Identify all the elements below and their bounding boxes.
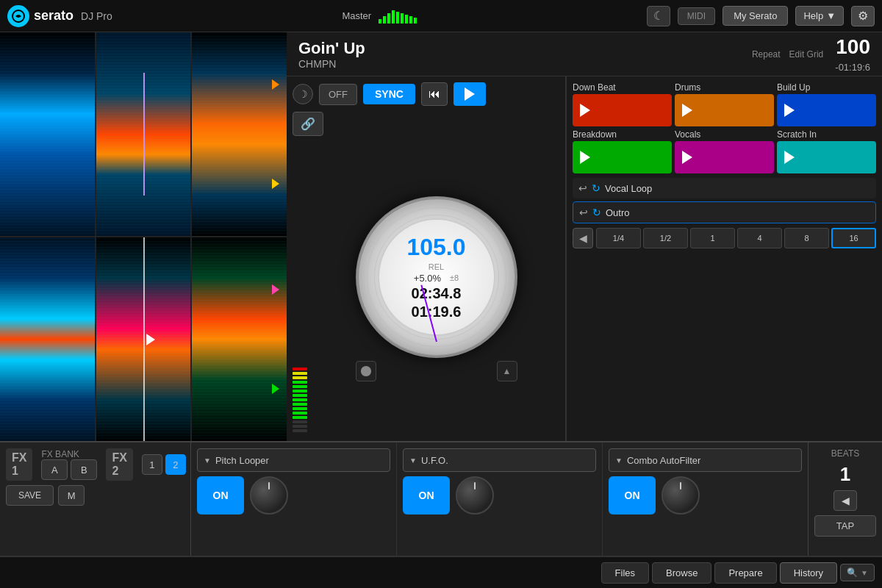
level-bar-green2: [293, 385, 307, 388]
platter-icons: ▲: [356, 361, 517, 381]
cue-pad-scratch-in: Scratch In: [777, 129, 876, 173]
loop-cell-1[interactable]: 1: [690, 228, 735, 248]
track-time: -01:19:6: [835, 62, 870, 73]
waveform-cell-4[interactable]: [0, 237, 95, 441]
loop-cell-16[interactable]: 16: [831, 228, 876, 248]
fx-bank-a-button[interactable]: A: [41, 459, 68, 480]
loop-cell-8[interactable]: 8: [784, 228, 829, 248]
tap-button[interactable]: TAP: [814, 515, 876, 537]
waveform-section: [0, 32, 287, 441]
fx-unit-2-controls: ON: [403, 476, 596, 514]
off-button[interactable]: OFF: [319, 84, 357, 105]
cue-pads-grid: Down Beat Drums Build Up: [573, 82, 876, 173]
moon-button[interactable]: ☾: [647, 6, 670, 26]
cue-pad-breakdown-button[interactable]: [573, 141, 672, 173]
platter[interactable]: 105.0 REL +5.0% ±8 02:34.8 01:19.6: [356, 196, 517, 358]
platter-eject-icon[interactable]: ▲: [497, 361, 517, 381]
cue-pad-drums-button[interactable]: [675, 94, 774, 126]
waveform-cell-5[interactable]: [96, 237, 191, 441]
search-container: 🔍 ▼: [840, 564, 875, 581]
history-button[interactable]: History: [780, 562, 837, 584]
fx-num-2-button[interactable]: 2: [165, 454, 186, 475]
fx-unit-1-header: ▼ Pitch Looper: [197, 448, 390, 472]
fx-unit-3-header: ▼ Combo AutoFilter: [609, 448, 802, 472]
help-button[interactable]: Help ▼: [795, 6, 844, 26]
bottom-nav-bar: Files Browse Prepare History 🔍 ▼: [0, 556, 882, 588]
level-bar-green9: [293, 416, 307, 419]
fx-unit-1-on-button[interactable]: ON: [197, 476, 244, 514]
repeat-button[interactable]: Repeat: [752, 49, 781, 60]
waveform-cell-3[interactable]: [192, 32, 287, 236]
loop-cell-4[interactable]: 4: [737, 228, 782, 248]
key-lock-button[interactable]: 🔗: [293, 112, 323, 136]
fx-unit-1: ▼ Pitch Looper ON: [191, 442, 397, 559]
fx-unit-3-knob[interactable]: [662, 476, 700, 514]
files-button[interactable]: Files: [601, 562, 649, 584]
midi-button[interactable]: MIDI: [678, 7, 715, 25]
platter-vinyl-icon[interactable]: [356, 361, 376, 381]
my-serato-button[interactable]: My Serato: [723, 6, 788, 26]
sync-button[interactable]: SYNC: [363, 84, 415, 104]
track-details: Goin' Up CHMPN: [298, 39, 752, 70]
cue-button[interactable]: ⏮: [421, 82, 448, 106]
waveform-cell-1[interactable]: [0, 32, 95, 236]
play-button[interactable]: [453, 82, 486, 106]
named-cue-refresh-2: ↻: [592, 207, 601, 218]
loop-nav-left[interactable]: ◀: [573, 228, 593, 248]
meter-bar-7: [405, 15, 408, 24]
cue-pad-drums-arrow: [682, 104, 692, 117]
level-bar-green4: [293, 394, 307, 397]
named-cue-vocal-loop[interactable]: ↩ ↻ Vocal Loop: [573, 178, 876, 198]
fx-unit-1-dropdown[interactable]: ▼ Pitch Looper: [197, 448, 390, 472]
named-cue-icon-1: ↩: [578, 182, 587, 194]
cue-pad-down-beat-label: Down Beat: [573, 82, 672, 93]
fx-num-1-button[interactable]: 1: [142, 454, 162, 475]
cue-pad-build-up-button[interactable]: [777, 94, 876, 126]
prepare-button[interactable]: Prepare: [714, 562, 776, 584]
master-meter: [379, 9, 417, 24]
beats-nav-left[interactable]: ◀: [833, 490, 857, 511]
fx-unit-3-controls: ON: [609, 476, 802, 514]
fx-unit-3-name: Combo AutoFilter: [627, 455, 700, 466]
fx-unit-3-on-button[interactable]: ON: [609, 476, 656, 514]
waveform-cell-2[interactable]: [96, 32, 191, 236]
edit-grid-button[interactable]: Edit Grid: [789, 49, 824, 60]
browse-button[interactable]: Browse: [652, 562, 711, 584]
fx-bank-buttons: A B: [41, 459, 97, 480]
cue-pad-vocals-button[interactable]: [675, 141, 774, 173]
cue-marker-pink: [272, 284, 279, 295]
fx-units: ▼ Pitch Looper ON ▼ U.F.O. ON: [191, 442, 808, 559]
fx-unit-1-knob[interactable]: [250, 476, 288, 514]
named-cue-outro[interactable]: ↩ ↻ Outro: [573, 201, 876, 223]
beats-value: 1: [814, 463, 876, 486]
fx-num-buttons: 1 2: [142, 454, 186, 475]
cue-pad-down-beat-button[interactable]: [573, 94, 672, 126]
platter-container: 105.0 REL +5.0% ±8 02:34.8 01:19.6: [313, 142, 559, 435]
main-area: Goin' Up CHMPN Repeat Edit Grid 100 -01:…: [0, 32, 882, 441]
meter-bar-9: [414, 18, 417, 24]
level-bar-green1: [293, 381, 307, 384]
level-bar-green5: [293, 398, 307, 401]
cue-pad-build-up: Build Up: [777, 82, 876, 126]
waveform-grid: [0, 32, 287, 441]
track-info-bar: Goin' Up CHMPN Repeat Edit Grid 100 -01:…: [287, 32, 882, 76]
level-bar-empty3: [293, 429, 307, 432]
fx-unit-2-dropdown[interactable]: ▼ U.F.O.: [403, 448, 596, 472]
search-dropdown-arrow: ▼: [861, 569, 868, 577]
level-bar-green6: [293, 403, 307, 406]
loop-cell-1-2[interactable]: 1/2: [643, 228, 688, 248]
fx-m-button[interactable]: M: [58, 485, 85, 506]
fx-save-button[interactable]: SAVE: [6, 485, 54, 506]
top-bar: serato DJ Pro Master ☾ MIDI My Serato He…: [0, 0, 882, 32]
fx-unit-2-on-button[interactable]: ON: [403, 476, 450, 514]
waveform-cell-6[interactable]: [192, 237, 287, 441]
fx-bank-b-button[interactable]: B: [71, 459, 97, 480]
settings-button[interactable]: ⚙: [851, 6, 875, 26]
fx-unit-2-knob[interactable]: [456, 476, 494, 514]
serato-logo-icon: [7, 5, 29, 27]
fx-unit-3-dropdown[interactable]: ▼ Combo AutoFilter: [609, 448, 802, 472]
cue-pad-scratch-in-button[interactable]: [777, 141, 876, 173]
fx-unit-1-controls: ON: [197, 476, 390, 514]
level-bar-empty2: [293, 425, 307, 428]
loop-cell-1-4[interactable]: 1/4: [596, 228, 641, 248]
